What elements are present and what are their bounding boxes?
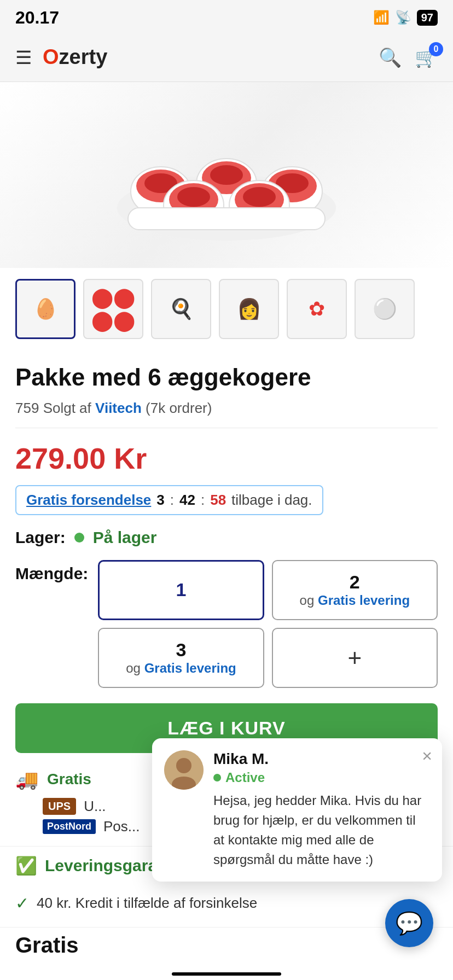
- thumbnail-3[interactable]: 🍳: [151, 279, 211, 339]
- sold-label: Solgt af: [43, 400, 91, 416]
- qty-plus-icon: +: [347, 644, 362, 672]
- stock-row: Lager: På lager: [0, 528, 453, 547]
- postnord-text: Pos...: [103, 818, 140, 835]
- qty-2-num: 2: [350, 571, 360, 593]
- cart-button[interactable]: 🛒 0: [415, 46, 438, 68]
- stock-dot: [74, 533, 84, 542]
- shipping-link[interactable]: Gratis forsendelse: [26, 492, 151, 509]
- credit-row: ✓ 40 kr. Kredit i tilfælde af forsinkels…: [0, 890, 453, 916]
- thumbnail-2[interactable]: ⬤⬤⬤⬤: [83, 279, 143, 339]
- svg-point-6: [210, 165, 243, 185]
- timer-minutes: 42: [179, 492, 195, 509]
- thumbnail-6[interactable]: ⚪: [355, 279, 415, 339]
- delivery-free-text: Gratis: [47, 771, 91, 788]
- status-bar: 20.17 📶 📡 97: [0, 0, 453, 33]
- seller-link[interactable]: Viitech: [95, 400, 142, 416]
- timer-colon-2: :: [201, 492, 205, 509]
- check-icon: ✓: [15, 894, 29, 913]
- active-label: Active: [225, 770, 265, 785]
- stock-text: På lager: [93, 528, 157, 547]
- postnord-badge: PostNord: [43, 819, 96, 834]
- chat-popup: Mika M. Active Hejsa, jeg hedder Mika. H…: [152, 738, 442, 882]
- product-meta: 759 Solgt af Viitech (7k ordrer): [15, 400, 438, 417]
- navbar-left: ☰ Ozerty: [15, 45, 107, 69]
- qty-3-sub: og Gratis levering: [126, 661, 236, 676]
- qty-3-num: 3: [176, 639, 187, 661]
- thumbnail-4[interactable]: 👩: [219, 279, 279, 339]
- navbar: ☰ Ozerty 🔍 🛒 0: [0, 33, 453, 82]
- quantity-label: Mængde:: [15, 560, 88, 583]
- quantity-option-1[interactable]: 1: [98, 560, 264, 620]
- svg-point-15: [243, 187, 276, 207]
- menu-button[interactable]: ☰: [15, 46, 32, 68]
- status-time: 20.17: [15, 8, 59, 28]
- active-dot: [213, 774, 221, 781]
- product-title: Pakke med 6 æggekogere: [15, 363, 438, 392]
- chat-avatar: [164, 750, 204, 790]
- cart-count: 0: [429, 42, 443, 56]
- wifi-icon: 📡: [395, 10, 411, 25]
- credit-text: 40 kr. Kredit i tilfælde af forsinkelse: [37, 895, 257, 912]
- guarantee-icon: ✅: [15, 855, 37, 876]
- order-count: (7k ordrer): [146, 400, 212, 416]
- timer-hours: 3: [156, 492, 164, 509]
- quantity-option-3[interactable]: 3 og Gratis levering: [98, 628, 264, 688]
- qty-1-num: 1: [176, 579, 187, 600]
- logo[interactable]: Ozerty: [43, 45, 107, 69]
- quantity-grid: 1 2 og Gratis levering 3 og Gratis lever…: [98, 560, 438, 688]
- svg-point-18: [176, 758, 191, 773]
- chat-close-button[interactable]: ×: [422, 746, 432, 766]
- delivery-truck-icon: 🚚: [15, 768, 38, 790]
- svg-point-12: [177, 187, 210, 207]
- product-price: 279.00 Kr: [15, 441, 438, 475]
- product-svg: [112, 98, 341, 252]
- chat-active-row: Active: [213, 770, 430, 785]
- ups-badge: UPS: [43, 798, 76, 815]
- shipping-banner: Gratis forsendelse 3 : 42 : 58 tilbage i…: [15, 485, 323, 515]
- chat-message: Hejsa, jeg hedder Mika. Hvis du har brug…: [213, 791, 430, 870]
- search-button[interactable]: 🔍: [379, 46, 402, 68]
- product-main-image: [0, 82, 453, 268]
- svg-rect-16: [128, 208, 325, 230]
- chat-agent-name: Mika M.: [213, 750, 430, 768]
- quantity-option-2[interactable]: 2 og Gratis levering: [272, 560, 438, 620]
- timer-suffix: tilbage i dag.: [231, 492, 312, 509]
- sold-count: 759: [15, 400, 39, 416]
- gratis-label: Gratis: [15, 933, 79, 958]
- image-placeholder: [0, 82, 453, 268]
- chat-content: Mika M. Active Hejsa, jeg hedder Mika. H…: [213, 750, 430, 870]
- thumbnail-1[interactable]: 🥚: [15, 279, 76, 339]
- bottom-home-indicator: [172, 972, 281, 976]
- stock-label: Lager:: [15, 528, 66, 547]
- qty-2-sub: og Gratis levering: [300, 593, 410, 608]
- logo-o: O: [43, 45, 59, 69]
- signal-icon: 📶: [373, 10, 390, 25]
- thumbnail-5[interactable]: ✿: [287, 279, 347, 339]
- gratis-banner: Gratis: [0, 927, 453, 963]
- chat-fab-button[interactable]: 💬: [385, 899, 433, 947]
- logo-text: zerty: [59, 45, 108, 69]
- timer-seconds: 58: [210, 492, 226, 509]
- status-icons: 📶 📡 97: [373, 10, 438, 26]
- thumbnail-strip: 🥚 ⬤⬤⬤⬤ 🍳 👩 ✿ ⚪: [0, 268, 453, 350]
- avatar-svg: [164, 750, 204, 790]
- navbar-right: 🔍 🛒 0: [379, 46, 438, 68]
- price-section: 279.00 Kr Gratis forsendelse 3 : 42 : 58…: [0, 428, 453, 528]
- battery-indicator: 97: [417, 10, 438, 26]
- ups-text: U...: [84, 798, 106, 815]
- quantity-option-plus[interactable]: +: [272, 628, 438, 688]
- product-info: Pakke med 6 æggekogere 759 Solgt af Viit…: [0, 350, 453, 417]
- timer-colon-1: :: [170, 492, 174, 509]
